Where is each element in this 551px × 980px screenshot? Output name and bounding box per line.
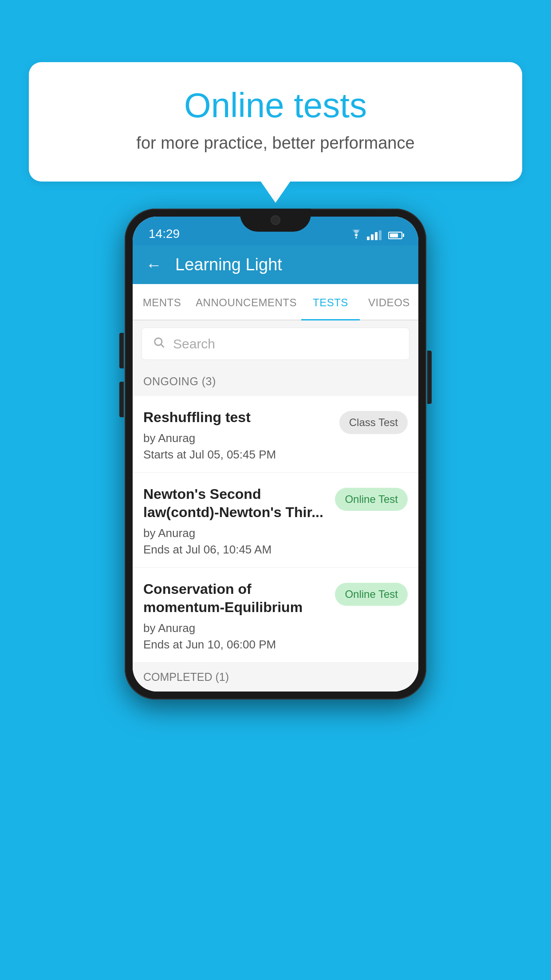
wifi-icon [350, 229, 362, 241]
status-badge: Class Test [339, 411, 408, 434]
test-date: Ends at Jun 10, 06:00 PM [143, 638, 326, 652]
ongoing-title: ONGOING (3) [143, 375, 408, 388]
tabs-container: MENTS ANNOUNCEMENTS TESTS VIDEOS [133, 284, 418, 320]
phone-mockup: 14:29 [125, 209, 426, 699]
search-bar[interactable]: Search [142, 328, 409, 360]
back-button[interactable]: ← [146, 256, 162, 274]
bubble-title: Online tests [55, 87, 496, 125]
test-list: Reshuffling test by Anurag Starts at Jul… [133, 396, 418, 663]
speech-bubble: Online tests for more practice, better p… [29, 62, 522, 182]
tab-ments[interactable]: MENTS [133, 284, 191, 320]
speech-bubble-container: Online tests for more practice, better p… [29, 62, 522, 182]
completed-section-header: COMPLETED (1) [133, 663, 418, 692]
phone-screen: 14:29 [133, 217, 418, 692]
completed-title: COMPLETED (1) [143, 671, 408, 684]
bubble-subtitle: for more practice, better performance [55, 134, 496, 153]
tab-tests[interactable]: TESTS [301, 284, 360, 320]
test-date: Ends at Jul 06, 10:45 AM [143, 543, 326, 557]
status-icons [350, 217, 402, 241]
test-info: Conservation of momentum-Equilibrium by … [143, 580, 326, 652]
search-icon [153, 336, 165, 352]
test-name: Newton's Second law(contd)-Newton's Thir… [143, 485, 326, 522]
test-name: Conservation of momentum-Equilibrium [143, 580, 326, 617]
search-placeholder-text: Search [173, 336, 215, 352]
svg-point-0 [155, 338, 162, 345]
camera-dot [271, 215, 280, 225]
phone-notch [240, 209, 311, 232]
phone-outer: 14:29 [125, 209, 426, 699]
tab-videos[interactable]: VIDEOS [360, 284, 418, 320]
test-author: by Anurag [143, 621, 326, 635]
test-info: Newton's Second law(contd)-Newton's Thir… [143, 485, 326, 557]
list-item[interactable]: Conservation of momentum-Equilibrium by … [133, 568, 418, 663]
list-item[interactable]: Newton's Second law(contd)-Newton's Thir… [133, 473, 418, 568]
test-author: by Anurag [143, 431, 331, 445]
search-container: Search [133, 320, 418, 367]
svg-line-1 [161, 344, 164, 347]
app-header: ← Learning Light [133, 245, 418, 284]
tab-announcements[interactable]: ANNOUNCEMENTS [191, 284, 301, 320]
test-date: Starts at Jul 05, 05:45 PM [143, 448, 331, 462]
test-author: by Anurag [143, 526, 326, 540]
status-badge: Online Test [335, 583, 408, 606]
test-info: Reshuffling test by Anurag Starts at Jul… [143, 408, 331, 462]
signal-bars-icon [367, 230, 382, 240]
ongoing-section-header: ONGOING (3) [133, 367, 418, 396]
app-title: Learning Light [175, 255, 282, 274]
battery-icon [388, 232, 402, 239]
test-name: Reshuffling test [143, 408, 331, 427]
list-item[interactable]: Reshuffling test by Anurag Starts at Jul… [133, 396, 418, 473]
status-badge: Online Test [335, 488, 408, 511]
